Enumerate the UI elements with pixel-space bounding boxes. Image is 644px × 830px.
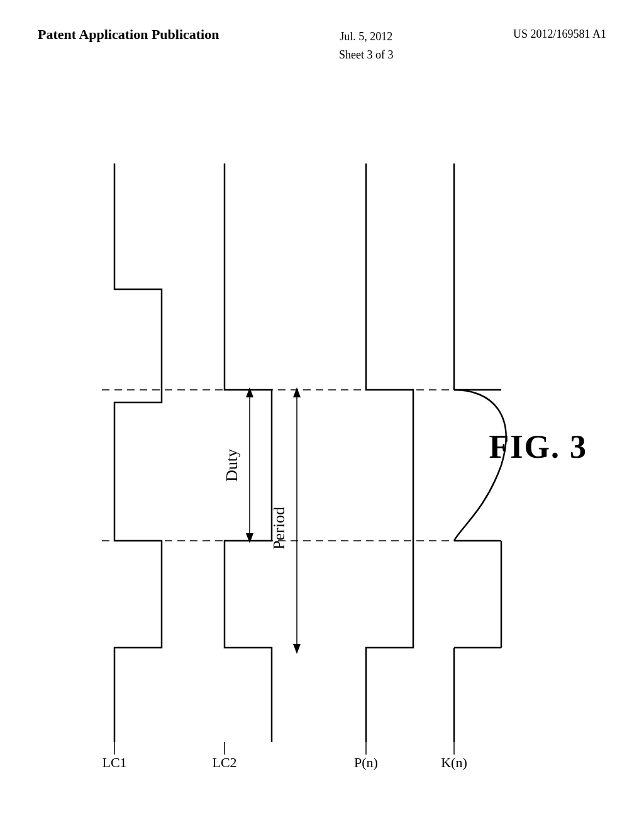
pub-date: Jul. 5, 2012 [340,30,392,43]
waveform-diagram: Duty Period LC1 LC2 P(n) K(n) [38,101,606,792]
duty-arrow-down [246,533,253,543]
pn-waveform [366,163,413,742]
period-arrow-up [293,387,301,397]
kn-text-label: K(n) [441,755,467,770]
page-header: Patent Application Publication Jul. 5, 2… [0,0,644,64]
period-arrow-down [293,644,301,654]
header-info: Jul. 5, 2012 Sheet 3 of 3 [339,28,393,64]
sheet-info: Sheet 3 of 3 [339,48,393,61]
diagram-area: FIG. 3 Duty [38,101,606,792]
kn-curve [454,390,506,541]
lc1-text-label: LC1 [102,755,126,770]
duty-arrow-up [246,387,253,397]
lc1-waveform [114,163,162,742]
publication-title: Patent Application Publication [38,25,219,45]
duty-label: Duty [223,449,241,482]
patent-number: US 2012/169581 A1 [513,28,606,41]
pn-text-label: P(n) [354,755,378,770]
period-label: Period [270,507,288,550]
lc2-text-label: LC2 [212,755,236,770]
